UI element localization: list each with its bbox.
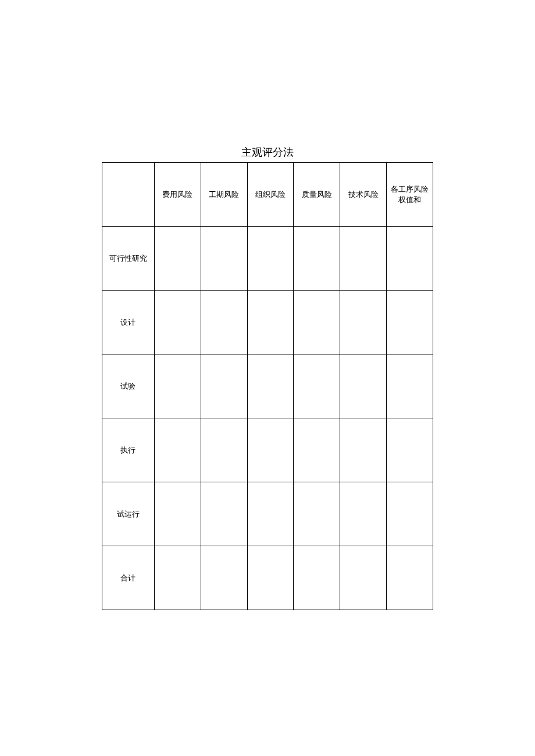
data-cell — [247, 291, 294, 354]
data-cell — [154, 227, 201, 291]
data-cell — [154, 291, 201, 354]
data-cell — [387, 291, 433, 354]
data-cell — [294, 354, 340, 418]
table-row: 设计 — [102, 291, 433, 354]
row-header: 试运行 — [102, 482, 155, 546]
table-row: 执行 — [102, 418, 433, 482]
page-title: 主观评分法 — [0, 145, 535, 159]
data-cell — [154, 418, 201, 482]
corner-cell — [102, 163, 155, 227]
risk-scoring-table: 费用风险 工期风险 组织风险 质量风险 技术风险 各工序风险权值和 可行性研究 … — [102, 162, 433, 610]
data-cell — [340, 546, 387, 610]
row-header: 执行 — [102, 418, 155, 482]
data-cell — [340, 418, 387, 482]
data-cell — [387, 354, 433, 418]
column-header: 组织风险 — [247, 163, 294, 227]
column-header: 费用风险 — [154, 163, 201, 227]
column-header: 工期风险 — [201, 163, 247, 227]
data-cell — [201, 482, 247, 546]
table-row: 可行性研究 — [102, 227, 433, 291]
data-cell — [201, 418, 247, 482]
data-cell — [340, 482, 387, 546]
data-cell — [340, 354, 387, 418]
data-cell — [387, 418, 433, 482]
data-cell — [340, 227, 387, 291]
data-cell — [201, 354, 247, 418]
data-cell — [247, 227, 294, 291]
table-row: 试运行 — [102, 482, 433, 546]
data-cell — [247, 482, 294, 546]
data-cell — [154, 546, 201, 610]
data-cell — [294, 227, 340, 291]
data-cell — [294, 546, 340, 610]
data-cell — [294, 291, 340, 354]
data-cell — [294, 482, 340, 546]
column-header: 各工序风险权值和 — [387, 163, 433, 227]
data-cell — [247, 354, 294, 418]
row-header: 合计 — [102, 546, 155, 610]
column-header: 质量风险 — [294, 163, 340, 227]
row-header: 设计 — [102, 291, 155, 354]
data-cell — [154, 354, 201, 418]
data-cell — [294, 418, 340, 482]
risk-table-container: 费用风险 工期风险 组织风险 质量风险 技术风险 各工序风险权值和 可行性研究 … — [102, 162, 433, 610]
row-header: 可行性研究 — [102, 227, 155, 291]
row-header: 试验 — [102, 354, 155, 418]
data-cell — [154, 482, 201, 546]
table-row: 试验 — [102, 354, 433, 418]
data-cell — [247, 546, 294, 610]
data-cell — [387, 227, 433, 291]
data-cell — [387, 482, 433, 546]
data-cell — [340, 291, 387, 354]
table-header-row: 费用风险 工期风险 组织风险 质量风险 技术风险 各工序风险权值和 — [102, 163, 433, 227]
data-cell — [387, 546, 433, 610]
column-header: 技术风险 — [340, 163, 387, 227]
data-cell — [201, 546, 247, 610]
data-cell — [247, 418, 294, 482]
data-cell — [201, 291, 247, 354]
data-cell — [201, 227, 247, 291]
table-row: 合计 — [102, 546, 433, 610]
